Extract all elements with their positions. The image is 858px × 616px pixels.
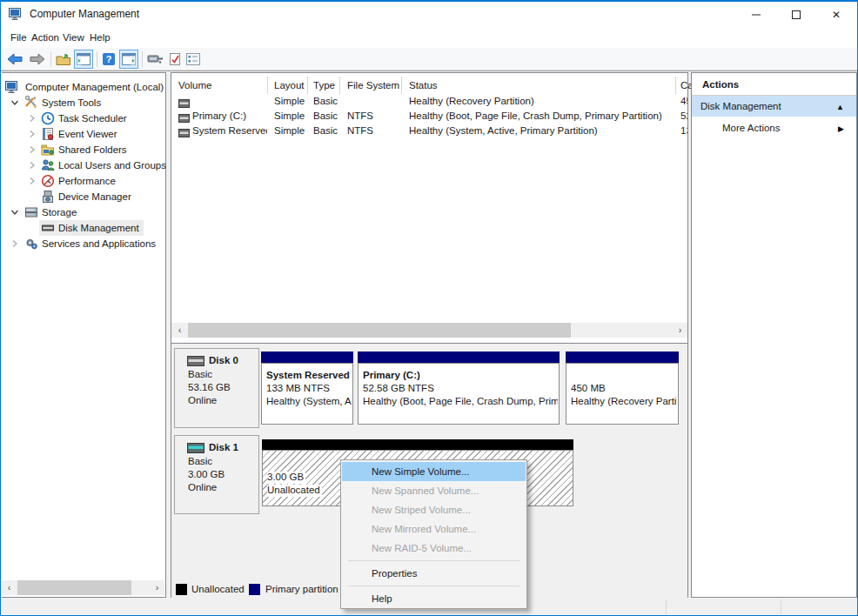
volume-name: System Reserved	[192, 124, 267, 138]
actions-group-disk-management[interactable]: Disk Management ▲	[692, 96, 856, 117]
window-title: Computer Management	[30, 2, 139, 27]
scroll-left-arrow[interactable]: ‹	[172, 323, 187, 338]
partition-box-primary-c[interactable]: Primary (C:)52.58 GB NTFSHealthy (Boot, …	[358, 363, 560, 425]
tree-item-local-users-and-groups[interactable]: Local Users and Groups	[2, 157, 165, 173]
chevron-collapsed-icon[interactable]	[28, 145, 37, 154]
tree-item-services-and-applications[interactable]: Services and Applications	[2, 236, 165, 251]
unallocated-bar	[262, 439, 573, 450]
computer-icon	[5, 80, 19, 94]
tree-item-event-viewer[interactable]: Event Viewer	[2, 126, 165, 142]
volume-capacity: 52.58 GB	[680, 109, 687, 124]
volume-layout: Simple	[274, 94, 312, 109]
tree-item-performance[interactable]: Performance	[2, 173, 165, 189]
tree-item-label: Event Viewer	[58, 126, 117, 142]
partition-box-healthy-recovery-partition[interactable]: 450 MBHealthy (Recovery Partition)	[566, 363, 679, 425]
tree-item-label: Storage	[42, 204, 77, 220]
tree-item-device-manager[interactable]: Device Manager	[2, 189, 165, 204]
chevron-collapsed-icon[interactable]	[28, 161, 37, 170]
menu-help[interactable]: Help	[90, 28, 111, 48]
volume-row[interactable]: System ReservedSimpleBasicNTFSHealthy (S…	[171, 124, 687, 138]
menu-view[interactable]: View	[63, 28, 84, 48]
maximize-button[interactable]	[776, 2, 816, 28]
menu-item-new-simple-volume[interactable]: New Simple Volume...	[342, 462, 526, 481]
snapin-check-button[interactable]	[165, 50, 184, 69]
scrollbar-thumb[interactable]	[188, 323, 571, 338]
forward-button[interactable]	[28, 50, 47, 69]
disk-size: 53.16 GB	[188, 382, 231, 392]
disk-type: Basic	[188, 369, 212, 379]
column-header-layout[interactable]: Layout	[268, 77, 308, 94]
scroll-right-arrow[interactable]: ›	[150, 580, 164, 595]
more-actions-item[interactable]: More Actions ▶	[692, 117, 856, 139]
action-pane-button[interactable]	[119, 50, 138, 69]
tree-item-task-scheduler[interactable]: Task Scheduler	[2, 110, 165, 126]
tree-item-shared-folders[interactable]: Shared Folders	[2, 142, 165, 157]
volume-filesystem	[347, 94, 399, 109]
column-header-type[interactable]: Type	[308, 77, 340, 94]
list-options-button[interactable]	[184, 50, 203, 69]
partition-status: Unallocated	[267, 485, 322, 497]
scroll-left-arrow[interactable]: ‹	[2, 580, 17, 595]
partition-name: System Reserved	[266, 370, 352, 382]
chevron-collapsed-icon[interactable]	[10, 239, 19, 248]
collapse-arrow-icon[interactable]: ▲	[836, 103, 844, 111]
toolbar-separator	[50, 51, 51, 67]
chevron-collapsed-icon[interactable]	[28, 114, 37, 123]
disk-status: Online	[188, 482, 217, 492]
column-header-file-system[interactable]: File System	[340, 77, 402, 94]
volume-list-horizontal-scrollbar[interactable]: ‹ ›	[171, 323, 687, 338]
disk-label-cell-0[interactable]: Disk 0Basic53.16 GBOnline	[174, 348, 259, 428]
chevron-collapsed-icon[interactable]	[28, 177, 37, 185]
volume-layout: Simple	[274, 124, 312, 138]
menu-action[interactable]: Action	[31, 28, 59, 48]
help-button[interactable]: ?	[99, 50, 118, 69]
maximize-icon	[792, 10, 801, 19]
tree-item-label: Disk Management	[58, 220, 139, 236]
scroll-right-arrow[interactable]: ›	[673, 323, 687, 338]
divider	[666, 599, 667, 614]
menu-item-new-striped-volume: New Striped Volume...	[342, 500, 526, 519]
chevron-expanded-icon[interactable]	[10, 98, 19, 107]
partition-size: 450 MB	[571, 383, 677, 395]
scrollbar-thumb[interactable]	[17, 580, 131, 595]
disk-label-cell-1[interactable]: Disk 1Basic3.00 GBOnline	[174, 435, 259, 514]
column-header-volume[interactable]: Volume	[171, 77, 268, 94]
tree-item-storage[interactable]: Storage	[2, 204, 165, 220]
menu-bar: FileActionViewHelp	[1, 28, 857, 48]
volume-type: Basic	[313, 94, 346, 109]
minimize-button[interactable]	[736, 2, 776, 28]
disk-name: Disk 0	[209, 355, 238, 365]
back-button[interactable]	[5, 50, 24, 69]
tree-item-label: Computer Management (Local)	[25, 79, 164, 95]
partition-size: 52.58 GB NTFS	[363, 383, 558, 395]
tree-item-computer-management-local[interactable]: Computer Management (Local)	[2, 79, 165, 95]
menu-item-properties[interactable]: Properties	[342, 564, 526, 583]
legend-swatch-unallocated	[176, 584, 187, 595]
menu-file[interactable]: File	[10, 28, 27, 48]
volume-row[interactable]: SimpleBasicHealthy (Recovery Partition)4…	[171, 94, 687, 109]
export-button[interactable]	[54, 50, 73, 69]
app-icon	[9, 7, 23, 22]
volume-icon	[178, 127, 190, 136]
chevron-collapsed-icon[interactable]	[28, 130, 37, 138]
event-viewer-icon	[41, 127, 55, 141]
tree-horizontal-scrollbar[interactable]: ‹ ›	[2, 580, 164, 595]
console-tree-button[interactable]	[74, 50, 93, 69]
tree-item-system-tools[interactable]: System Tools	[2, 95, 165, 110]
tree-item-disk-management[interactable]: Disk Management	[2, 220, 165, 236]
partition-box-system-reserved[interactable]: System Reserved133 MB NTFSHealthy (Syste…	[261, 363, 353, 425]
disk-management-icon	[41, 221, 55, 235]
volume-row[interactable]: Primary (C:)SimpleBasicNTFSHealthy (Boot…	[171, 109, 687, 124]
menu-item-new-raid-5-volume: New RAID-5 Volume...	[342, 539, 526, 558]
menu-item-help[interactable]: Help	[342, 589, 526, 608]
more-actions-label: More Actions	[722, 117, 780, 139]
partition-status: Healthy (Recovery Partition)	[571, 396, 677, 408]
partition-name	[571, 370, 677, 382]
partition-size: 133 MB NTFS	[266, 383, 352, 395]
popup-window-button[interactable]	[146, 50, 165, 69]
column-header-status[interactable]: Status	[402, 77, 676, 94]
close-button[interactable]: ✕	[816, 2, 856, 28]
tree-item-label: Services and Applications	[42, 236, 156, 251]
chevron-expanded-icon[interactable]	[10, 208, 19, 217]
menu-item-new-mirrored-volume: New Mirrored Volume...	[342, 519, 526, 539]
